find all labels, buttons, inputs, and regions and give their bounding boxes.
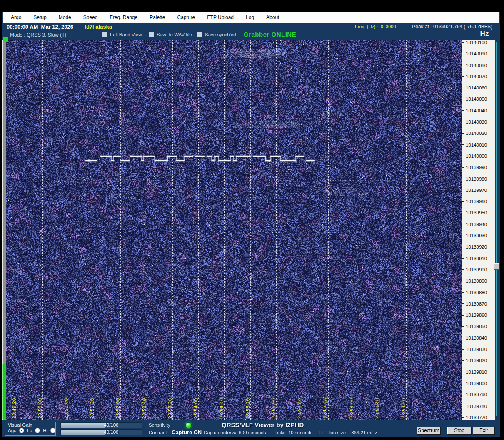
freq-scale-row: 10139960 (462, 199, 495, 204)
scrollbar-thumb[interactable] (494, 263, 499, 270)
sensitivity-slider[interactable]: 40/100 (60, 422, 142, 428)
freq-scale-row: 10139990 (462, 165, 495, 170)
capture-status-label: Capture ON (172, 429, 202, 435)
agc-radio[interactable] (19, 428, 24, 433)
freq-value: 10140090 (466, 51, 487, 56)
app-title: QRSS/VLF Viewer by I2PHD (222, 421, 304, 428)
freq-value: 10139820 (466, 358, 487, 363)
capture-progress-gauge (2, 40, 6, 420)
lo-radio[interactable] (35, 428, 40, 433)
contrast-slider-fill (61, 430, 105, 435)
visual-gain-panel: Visual Gain Agc Lo Hi (5, 422, 56, 436)
freq-scale-row: 10139930 (462, 233, 495, 238)
capture-interval-label: Capture interval 600 seconds (204, 430, 266, 435)
scrollbar-track[interactable] (496, 42, 497, 416)
checkbox-option[interactable]: Save to WAV file (149, 32, 192, 37)
freq-scale-row: 10140010 (462, 142, 495, 147)
tick-mark (462, 99, 464, 99)
tick-mark (462, 349, 464, 350)
freq-value: 10139890 (466, 278, 487, 283)
tick-mark (462, 144, 464, 145)
tick-mark (462, 122, 464, 122)
menu-item[interactable]: Mode (59, 15, 71, 20)
menu-item[interactable]: Speed (83, 15, 98, 20)
freq-scale-row: 10140040 (462, 108, 495, 113)
freq-value: 10139950 (466, 210, 487, 215)
tick-mark (462, 65, 464, 65)
freq-scale-row: 10139810 (462, 370, 495, 375)
freq-scale-row: 10139830 (462, 347, 495, 352)
freq-value: 10139780 (466, 404, 487, 409)
sensitivity-slider-fill (61, 423, 105, 428)
contrast-label: Contrast (149, 430, 167, 435)
tick-mark (462, 76, 464, 77)
contrast-slider[interactable]: 40/100 (60, 429, 142, 435)
tick-mark (462, 303, 464, 304)
tick-mark (462, 281, 464, 281)
tick-mark (462, 54, 464, 54)
menu-item[interactable]: Argo (11, 15, 21, 20)
freq-value: 10140060 (466, 85, 487, 90)
sensitivity-label: Sensitivity (149, 423, 170, 428)
menu-item[interactable]: Setup (33, 15, 46, 20)
freq-value: 10139930 (466, 233, 487, 238)
menu-item[interactable]: Freq. Range (110, 15, 137, 20)
spectrum-button[interactable]: Spectrum (417, 427, 440, 434)
menu-item[interactable]: Log (246, 15, 254, 20)
checkbox[interactable] (197, 32, 202, 37)
contrast-value: 40/100 (104, 430, 118, 435)
menu-item[interactable]: Palette (150, 15, 165, 20)
freq-value: 10140070 (466, 74, 487, 79)
grabber-status: Grabber ONLINE (244, 31, 296, 38)
freq-scale-row: 10139850 (462, 324, 495, 329)
tick-mark (462, 383, 464, 383)
fft-bin-label: FFT bin size = 366.21 mHz (319, 430, 377, 435)
waterfall-display[interactable] (6, 40, 462, 420)
exit-button[interactable]: Exit (473, 427, 494, 434)
freq-value: 10139830 (466, 347, 487, 352)
capture-progress-fill (2, 364, 6, 419)
freq-scale-row: 10139920 (462, 244, 495, 249)
checkbox[interactable] (102, 32, 107, 37)
hi-radio[interactable] (50, 428, 55, 433)
freq-value: 10139850 (466, 324, 487, 329)
tick-mark (462, 88, 464, 88)
tick-mark (462, 133, 464, 134)
gauge-marker[interactable] (3, 37, 8, 42)
freq-scale-row: 10139910 (462, 256, 495, 261)
freq-scale-row: 10140070 (462, 74, 495, 79)
tick-mark (462, 360, 464, 361)
freq-scale-row: 10139820 (462, 358, 495, 363)
tick-mark (462, 190, 464, 190)
datetime-label: 00:00:00 AM Mar 12, 2026 (7, 24, 73, 30)
checkbox-option[interactable]: Save synch'ed (197, 32, 236, 37)
stop-button[interactable]: Stop (447, 427, 471, 434)
sensitivity-value: 40/100 (104, 423, 118, 428)
freq-value: 10140040 (466, 108, 487, 113)
checkbox[interactable] (149, 32, 154, 37)
freq-value: 10139810 (466, 370, 487, 375)
tick-mark (462, 247, 464, 247)
tick-mark (462, 269, 464, 270)
freq-scale-row: 10139970 (462, 188, 495, 193)
checkbox-option[interactable]: Full Band View (102, 32, 142, 37)
menu-item[interactable]: FTP Upload (207, 15, 234, 20)
freq-scale-row: 10140030 (462, 119, 495, 124)
frequency-scrollbar[interactable] (495, 40, 500, 420)
footer-bar: Visual Gain Agc Lo Hi 40/100 40/100 Sens… (3, 420, 499, 437)
menu-item[interactable]: About (266, 15, 279, 20)
frequency-scale: 10140100 10140090 10140080 10140070 1014… (462, 40, 495, 420)
tick-mark (462, 417, 464, 418)
tick-mark (462, 236, 464, 236)
menu-item[interactable]: Capture (177, 15, 195, 20)
agc-radio-label: Agc (8, 428, 16, 433)
freq-scale-row: 10139870 (462, 301, 495, 306)
menu-bar: Argo Setup Mode Speed Freq. Range Palett… (3, 12, 499, 23)
freq-value: 10139920 (466, 244, 487, 249)
tick-mark (462, 179, 464, 179)
freq-scale-row: 10139790 (462, 392, 495, 397)
freq-scale-row: 10140020 (462, 131, 495, 136)
freq-value: 10139840 (466, 336, 487, 341)
freq-scale-row: 10139880 (462, 290, 495, 295)
tick-mark (462, 224, 464, 224)
